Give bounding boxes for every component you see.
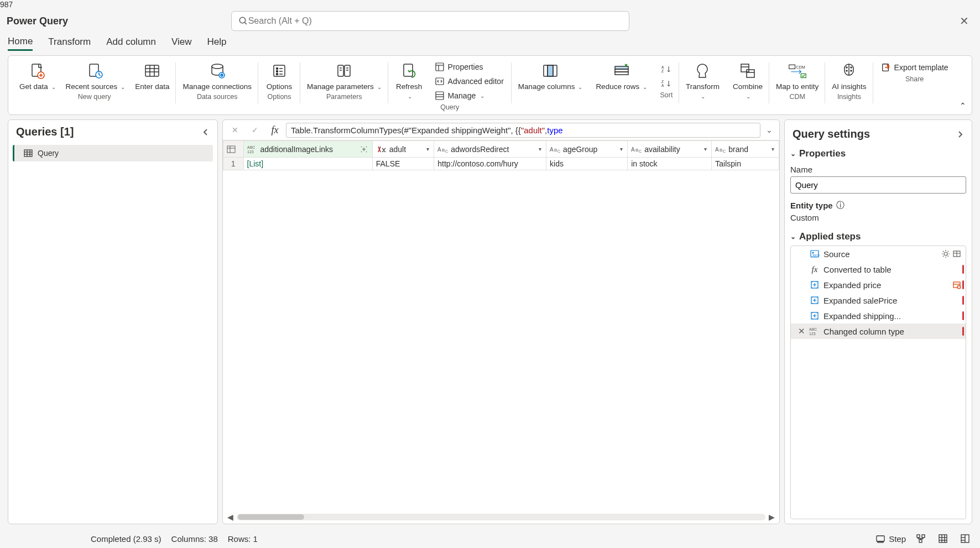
options-button[interactable]: Options [263,59,296,92]
grid-view-button[interactable] [936,532,950,545]
sort-desc-icon: ZA [661,79,671,88]
svg-rect-99 [922,535,925,537]
combine-button[interactable]: Combine⌄ [731,59,765,101]
manage-query-button[interactable]: Manage ⌄ [431,89,507,102]
recent-sources-button[interactable]: Recent sources ⌄ [64,59,128,92]
map-to-entity-button[interactable]: CDM Map to entity [774,59,821,92]
settings-title: Query settings [793,128,870,140]
status-completed: Completed (2.93 s) [91,534,161,544]
step-gear-button[interactable] [941,249,950,258]
step-item[interactable]: Expanded shipping... [791,308,966,323]
sort-desc-button[interactable]: ZA [658,77,675,90]
properties-section-toggle[interactable]: ⌄Properties [790,144,966,163]
formula-fx-button[interactable]: fx [266,122,284,138]
col-header[interactable]: ABC adwordsRedirect ▾ [434,141,546,158]
data-grid[interactable]: ABC123 additionalImageLinks adult ▾ [223,140,779,170]
svg-text:B: B [635,148,638,153]
formula-bar[interactable]: Table.TransformColumnTypes(#"Expanded sh… [286,123,760,138]
cell[interactable]: in stock [628,158,712,170]
settings-expand-button[interactable] [956,131,964,138]
type-changed-icon [376,144,387,154]
group-parameters: Parameters [305,93,384,103]
filter-button[interactable]: ▾ [703,146,708,152]
diagram-view-button[interactable] [914,532,928,545]
manage-columns-button[interactable]: Manage columns ⌄ [516,59,585,92]
export-template-button[interactable]: Export template [878,59,952,74]
manage-connections-button[interactable]: Manage connections [180,59,254,92]
cell[interactable]: Tailspin [712,158,779,170]
horizontal-scrollbar[interactable]: ◀ ▶ [223,510,779,524]
tab-home[interactable]: Home [8,36,33,51]
formula-expand-button[interactable]: ⌄ [763,126,776,134]
col-header[interactable]: ABC availability ▾ [628,141,712,158]
filter-button[interactable]: ▾ [619,146,624,152]
formula-cancel-button[interactable]: ✕ [226,122,244,138]
tab-add-column[interactable]: Add column [106,36,156,50]
step-view-button[interactable]: Step [875,534,906,544]
col-header[interactable]: ABC123 additionalImageLinks [243,141,372,158]
queries-collapse-button[interactable] [202,128,210,136]
manage-parameters-button[interactable]: Manage parameters ⌄ [305,59,384,92]
enter-data-button[interactable]: Enter data [133,59,171,92]
svg-rect-14 [274,65,285,76]
step-item[interactable]: JSON Source [791,246,966,262]
info-icon[interactable]: ⓘ [836,200,845,211]
data-panel: ✕ ✓ fx Table.TransformColumnTypes(#"Expa… [222,119,780,524]
cell[interactable]: kids [546,158,628,170]
table-row[interactable]: 1 [List] FALSE http://contoso.com/hury k… [223,158,779,170]
step-item[interactable]: Expanded salePrice [791,293,966,308]
svg-point-11 [212,64,223,69]
col-header[interactable]: adult ▾ [372,141,434,158]
ribbon-collapse-button[interactable]: ⌃ [960,101,966,110]
step-item[interactable]: ✕ ABC123 Changed column type [791,323,966,339]
svg-text:123: 123 [247,150,254,154]
tab-view[interactable]: View [171,36,192,50]
query-item[interactable]: Query [13,145,213,161]
expand-column-button[interactable] [359,145,369,153]
tab-help[interactable]: Help [207,36,227,50]
svg-text:123: 123 [809,332,816,336]
type-any-icon: ABC123 [247,144,258,154]
svg-rect-21 [338,65,343,76]
get-data-button[interactable]: Get data ⌄ [17,59,58,92]
filter-button[interactable]: ▾ [770,146,775,152]
step-table-button[interactable] [952,249,961,258]
svg-text:A: A [437,147,441,153]
scroll-left-button[interactable]: ◀ [227,513,233,521]
col-header[interactable]: ABC brand ▾ [712,141,779,158]
col-header[interactable]: ABC ageGroup ▾ [546,141,628,158]
filter-button[interactable]: ▾ [425,146,430,152]
applied-steps-section-toggle[interactable]: ⌄Applied steps [790,227,966,246]
step-item[interactable]: Expanded price [791,277,966,293]
sort-asc-button[interactable]: AZ [658,62,675,76]
close-button[interactable]: ✕ [955,12,973,30]
tab-transform[interactable]: Transform [48,36,91,50]
delete-step-button[interactable]: ✕ [797,326,806,336]
search-input[interactable] [248,16,622,26]
refresh-button[interactable]: Refresh⌄ [393,59,426,102]
properties-button[interactable]: Properties [431,60,507,74]
sort-asc-icon: AZ [661,64,671,74]
split-view-button[interactable] [958,532,972,545]
scroll-thumb[interactable] [238,514,304,520]
transform-button[interactable]: Transform⌄ [684,59,722,101]
search-box[interactable] [231,11,629,31]
query-name-input[interactable] [790,176,966,194]
reduce-rows-button[interactable]: Reduce rows ⌄ [593,59,649,92]
step-item[interactable]: fx Converted to table [791,262,966,277]
step-warn-icon[interactable] [952,280,961,289]
grid-corner[interactable] [223,141,244,158]
svg-point-56 [846,70,847,71]
formula-commit-button[interactable]: ✓ [246,122,264,138]
scroll-right-button[interactable]: ▶ [769,513,775,521]
advanced-editor-button[interactable]: Advanced editor [431,75,507,88]
svg-point-55 [851,67,852,68]
svg-text:C: C [557,149,560,153]
svg-rect-98 [917,535,920,537]
filter-button[interactable]: ▾ [538,146,543,152]
cell[interactable]: FALSE [372,158,434,170]
ai-insights-button[interactable]: AI insights [830,59,868,92]
cell-list-link[interactable]: [List] [247,159,264,168]
svg-rect-59 [24,150,32,156]
cell[interactable]: http://contoso.com/hury [434,158,546,170]
